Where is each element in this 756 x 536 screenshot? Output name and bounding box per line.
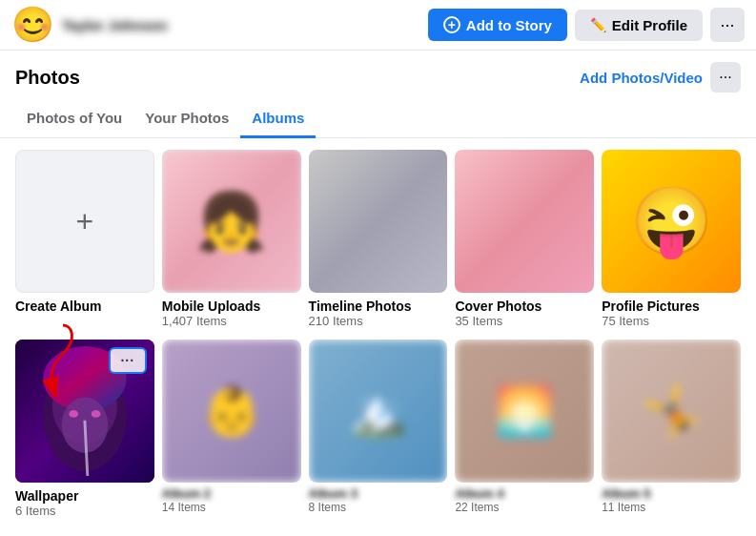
album-profile-pictures-label: Profile Pictures	[602, 299, 741, 314]
album-row2-4-label: Album 5	[602, 486, 741, 501]
photos-tabs: Photos of You Your Photos Albums	[0, 100, 756, 138]
album-timeline-photos-label: Timeline Photos	[309, 299, 448, 314]
tab-your-photos[interactable]: Your Photos	[133, 100, 240, 138]
album-mobile-uploads[interactable]: 👧 Mobile Uploads 1,407 Items	[162, 150, 301, 328]
album-wallpaper-label: Wallpaper	[15, 488, 154, 504]
album-mobile-uploads-label: Mobile Uploads	[162, 299, 301, 314]
plus-circle-icon: +	[443, 16, 460, 33]
album-row2-2-count: 8 Items	[309, 501, 448, 514]
album-profile-pictures-count: 75 Items	[602, 314, 741, 328]
user-avatar: 😊	[11, 8, 54, 42]
row2-4-bg: 🤸	[602, 340, 741, 483]
pencil-icon: ✏️	[590, 17, 606, 32]
svg-point-6	[69, 410, 78, 418]
album-row2-1[interactable]: 👶 Album 2 14 Items	[162, 340, 301, 518]
album-row2-4-count: 11 Items	[602, 501, 741, 514]
album-cover-photos[interactable]: Cover Photos 35 Items	[455, 150, 594, 328]
album-cover-photos-label: Cover Photos	[455, 299, 594, 314]
header-left: 😊 Taylor Johnson	[11, 8, 428, 42]
add-photos-button[interactable]: Add Photos/Video	[580, 70, 703, 86]
album-row2-1-count: 14 Items	[162, 501, 301, 514]
album-row2-4[interactable]: 🤸 Album 5 11 Items	[602, 340, 741, 518]
album-wallpaper[interactable]: ··· Wallpaper 6 Items	[15, 340, 154, 518]
photos-more-button[interactable]: ···	[710, 62, 741, 93]
photos-section-header: Photos Add Photos/Video ···	[0, 51, 756, 93]
albums-grid: + Create Album 👧 Mobile Uploads 1,407 It…	[0, 138, 756, 340]
profile-pic-bg: 😜	[602, 150, 741, 293]
album-row2-3-count: 22 Items	[455, 501, 594, 514]
album-row2-3-label: Album 4	[455, 486, 594, 501]
album-row2-4-thumbnail: 🤸	[602, 340, 741, 483]
album-wallpaper-count: 6 Items	[15, 504, 154, 518]
tab-albums[interactable]: Albums	[240, 100, 316, 138]
edit-profile-label: Edit Profile	[612, 17, 687, 33]
svg-point-7	[92, 410, 101, 418]
row2-2-bg: 🏔️	[309, 340, 448, 483]
mobile-uploads-bg: 👧	[162, 150, 301, 293]
album-timeline-photos[interactable]: Timeline Photos 210 Items	[309, 150, 448, 328]
album-wallpaper-thumbnail: ···	[15, 340, 154, 483]
album-row2-2[interactable]: 🏔️ Album 3 8 Items	[309, 340, 448, 518]
edit-profile-button[interactable]: ✏️ Edit Profile	[575, 10, 703, 41]
photos-title: Photos	[15, 67, 80, 89]
tab-photos-of-you[interactable]: Photos of You	[15, 100, 133, 138]
create-album-card[interactable]: + Create Album	[15, 150, 154, 328]
album-wallpaper-container: ··· Wallpaper 6 Items	[15, 340, 154, 518]
add-story-label: Add to Story	[466, 17, 552, 33]
album-row2-1-thumbnail: 👶	[162, 340, 301, 483]
user-name: Taylor Johnson	[62, 17, 168, 33]
album-mobile-uploads-thumbnail: 👧	[162, 150, 301, 293]
cover-bg	[455, 150, 594, 293]
header-more-button[interactable]: ···	[710, 8, 745, 42]
album-cover-photos-thumbnail	[455, 150, 594, 293]
album-row2-2-thumbnail: 🏔️	[309, 340, 448, 483]
album-cover-photos-count: 35 Items	[455, 314, 594, 328]
album-more-button[interactable]: ···	[109, 347, 147, 374]
row2-1-bg: 👶	[162, 340, 301, 483]
album-mobile-uploads-count: 1,407 Items	[162, 314, 301, 328]
album-row2-2-label: Album 3	[309, 486, 448, 501]
photos-actions: Add Photos/Video ···	[580, 62, 741, 93]
row2-3-bg: 🌅	[455, 340, 594, 483]
album-row2-1-label: Album 2	[162, 486, 301, 501]
album-row2-3-thumbnail: 🌅	[455, 340, 594, 483]
create-album-thumbnail: +	[15, 150, 154, 293]
album-profile-pictures[interactable]: 😜 Profile Pictures 75 Items	[602, 150, 741, 328]
page-header: 😊 Taylor Johnson + Add to Story ✏️ Edit …	[0, 0, 756, 51]
plus-icon: +	[76, 204, 94, 239]
albums-row2-grid: ··· Wallpaper 6 Items 👶 Album 2 14 Items…	[15, 340, 741, 518]
album-timeline-photos-count: 210 Items	[309, 314, 448, 328]
add-to-story-button[interactable]: + Add to Story	[428, 9, 567, 41]
timeline-bg	[309, 150, 448, 293]
create-album-label: Create Album	[15, 299, 154, 314]
album-profile-pictures-thumbnail: 😜	[602, 150, 741, 293]
albums-row2: ··· Wallpaper 6 Items 👶 Album 2 14 Items…	[0, 340, 756, 522]
album-timeline-photos-thumbnail	[309, 150, 448, 293]
album-row2-3[interactable]: 🌅 Album 4 22 Items	[455, 340, 594, 518]
header-actions: + Add to Story ✏️ Edit Profile ···	[428, 8, 745, 42]
